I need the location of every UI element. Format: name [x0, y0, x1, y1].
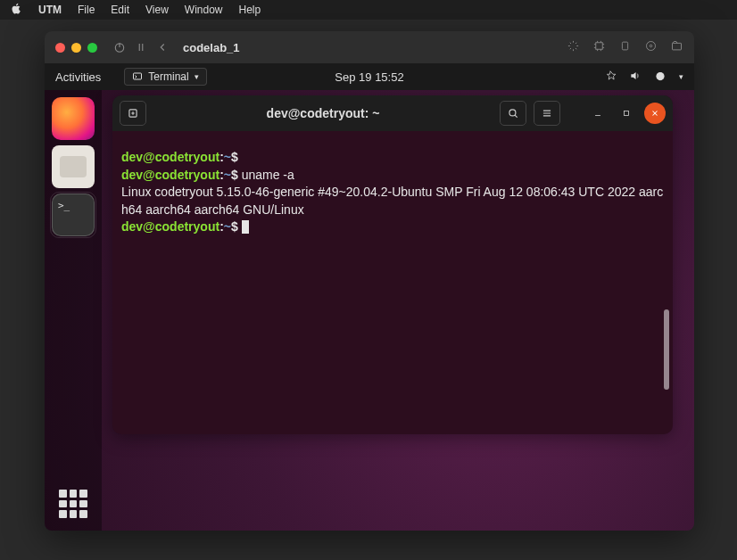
- apple-icon[interactable]: [11, 3, 22, 17]
- share-folder-icon[interactable]: [670, 39, 683, 55]
- search-button[interactable]: [500, 101, 526, 126]
- app-indicator-label: Terminal: [148, 70, 188, 83]
- svg-line-18: [515, 115, 518, 118]
- power-icon[interactable]: [113, 41, 126, 54]
- svg-point-8: [647, 42, 656, 51]
- new-tab-button[interactable]: [120, 101, 146, 126]
- menu-window[interactable]: Window: [185, 4, 223, 16]
- svg-rect-10: [673, 43, 682, 50]
- menu-app-name[interactable]: UTM: [38, 4, 62, 16]
- macos-menubar: UTM File Edit View Window Help: [0, 0, 737, 20]
- svg-rect-11: [134, 73, 142, 79]
- hamburger-menu-button[interactable]: [534, 101, 560, 126]
- terminal-title: dev@codetryout: ~: [153, 106, 493, 120]
- chevron-down-icon[interactable]: ▾: [679, 72, 683, 81]
- terminal-line: dev@codetryout:~$: [121, 149, 664, 167]
- menu-file[interactable]: File: [78, 4, 95, 16]
- volume-icon[interactable]: [629, 70, 642, 85]
- fullscreen-window-button[interactable]: [87, 43, 97, 53]
- pause-icon[interactable]: [135, 41, 147, 54]
- disk-icon[interactable]: [644, 39, 658, 55]
- minimize-window-button[interactable]: [71, 43, 81, 53]
- terminal-line: Linux codetryout 5.15.0-46-generic #49~2…: [121, 184, 664, 218]
- activities-button[interactable]: Activities: [55, 70, 101, 84]
- terminal-window: dev@codetryout: ~ dev@codetryout:~$ dev@…: [112, 95, 673, 434]
- terminal-body[interactable]: dev@codetryout:~$ dev@codetryout:~$ unam…: [112, 131, 673, 434]
- utm-window: codelab_1 Activities Terminal ▾ Sep 19 1…: [45, 31, 694, 531]
- svg-rect-23: [625, 111, 629, 116]
- close-button[interactable]: [644, 103, 666, 124]
- svg-point-9: [650, 45, 652, 47]
- dock-files-icon[interactable]: [52, 145, 95, 188]
- gnome-topbar: Activities Terminal ▾ Sep 19 15:52 ▾: [45, 63, 694, 90]
- dock-firefox-icon[interactable]: [52, 97, 95, 140]
- app-indicator[interactable]: Terminal ▾: [124, 68, 206, 86]
- svg-rect-4: [596, 43, 603, 50]
- dock-apps-grid-icon[interactable]: [59, 490, 87, 518]
- network-icon[interactable]: [604, 70, 617, 85]
- menu-view[interactable]: View: [145, 4, 169, 16]
- minimize-button[interactable]: [587, 103, 609, 124]
- maximize-button[interactable]: [616, 103, 637, 124]
- utm-titlebar: codelab_1: [45, 31, 694, 63]
- capture-icon[interactable]: [592, 39, 606, 55]
- menu-edit[interactable]: Edit: [111, 4, 129, 16]
- ubuntu-desktop: dev@codetryout: ~ dev@codetryout:~$ dev@…: [45, 90, 694, 531]
- utm-vm-title: codelab_1: [183, 41, 240, 54]
- terminal-titlebar: dev@codetryout: ~: [112, 95, 673, 131]
- terminal-line: dev@codetryout:~$: [121, 218, 664, 236]
- power-menu-icon[interactable]: [654, 70, 667, 85]
- back-icon[interactable]: [156, 41, 169, 54]
- dock-terminal-icon[interactable]: [52, 194, 95, 236]
- scrollbar[interactable]: [664, 309, 669, 390]
- svg-point-17: [509, 110, 516, 116]
- menu-help[interactable]: Help: [239, 4, 261, 16]
- svg-rect-5: [622, 42, 627, 50]
- clock[interactable]: Sep 19 15:52: [335, 70, 403, 84]
- sparkle-icon[interactable]: [567, 39, 580, 55]
- dock: [45, 90, 102, 531]
- terminal-line: dev@codetryout:~$ uname -a: [121, 167, 664, 185]
- traffic-lights: [55, 43, 97, 53]
- close-window-button[interactable]: [55, 43, 65, 53]
- usb-icon[interactable]: [618, 39, 632, 55]
